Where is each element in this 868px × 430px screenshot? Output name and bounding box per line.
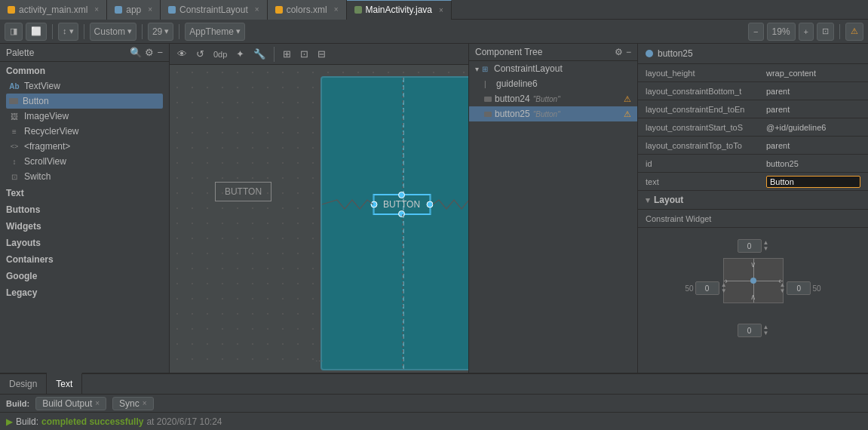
tree-item-guideline[interactable]: | guideline6 — [469, 76, 637, 91]
tab-design[interactable]: Design — [0, 373, 47, 395]
switch-icon: ⊡ — [9, 171, 20, 182]
tree-settings-btn[interactable]: ⚙ — [615, 47, 623, 57]
cw-bottom-input[interactable] — [738, 324, 762, 337]
palette-layouts-title[interactable]: Layouts — [6, 235, 163, 250]
tree-collapse-btn[interactable]: − — [626, 47, 631, 57]
baseline-btn[interactable]: ⊟ — [314, 47, 329, 61]
palette-text-title[interactable]: Text — [6, 186, 163, 201]
canvas-area: 👁 ↺ 0dp ✦ 🔧 ⊞ ⊡ ⊟ BUTTON BUTTON — [170, 44, 468, 373]
cw-right-input[interactable] — [787, 281, 811, 295]
zoom-in-btn[interactable]: + — [799, 23, 814, 41]
theme-dropdown[interactable]: AppTheme ▾ — [185, 23, 245, 41]
tab-close-main[interactable]: × — [439, 6, 443, 14]
attr-element-icon — [646, 50, 653, 57]
build-output-btn[interactable]: Build Output × — [35, 397, 106, 410]
build-output-close[interactable]: × — [95, 399, 100, 407]
canvas-button-left[interactable]: BUTTON — [215, 182, 271, 201]
sync-close[interactable]: × — [143, 399, 147, 407]
tab-close-app[interactable]: × — [148, 5, 152, 14]
tab-activity-xml[interactable]: activity_main.xml × — [0, 0, 107, 20]
zoom-level: 19% — [767, 23, 796, 41]
attr-row-constraint-end[interactable]: layout_constraintEnd_toEn parent — [638, 100, 868, 118]
tree-item-constraintlayout[interactable]: ▾ ⊞ ConstraintLayout — [469, 61, 637, 76]
tab-colors-xml[interactable]: colors.xml × — [268, 0, 347, 20]
attr-row-layout-height[interactable]: layout_height wrap_content — [638, 64, 868, 82]
palette-layouts-section: Layouts — [0, 234, 169, 250]
palette-close-btn[interactable]: − — [157, 47, 163, 58]
palette-common-title[interactable]: Common — [6, 63, 163, 78]
palette-widgets-title[interactable]: Widgets — [6, 219, 163, 234]
tab-app[interactable]: app × — [107, 0, 161, 20]
palette-google-title[interactable]: Google — [6, 269, 163, 284]
palette-item-recyclerview[interactable]: ≡ RecyclerView — [6, 124, 163, 139]
api-dropdown[interactable]: 29 ▾ — [148, 23, 173, 41]
cw-container: ▲▼ › ‹ ∨ ∧ 50 — [686, 235, 821, 341]
attr-layout-section[interactable]: ▾ Layout — [638, 191, 868, 210]
palette-containers-section: Containers — [0, 250, 169, 267]
anchor-bottom[interactable] — [398, 210, 405, 217]
anchor-right[interactable] — [426, 201, 433, 208]
cw-top-arrow[interactable]: ▲▼ — [763, 240, 769, 252]
magic-wand-btn[interactable]: ✦ — [233, 47, 247, 61]
margin-guide-btn[interactable]: ⊡ — [297, 47, 311, 61]
palette-containers-title[interactable]: Containers — [6, 252, 163, 267]
status-indicator: ▶ Build: completed successfully at 2020/… — [6, 416, 222, 427]
warning-btn[interactable]: ⚠ — [845, 23, 863, 41]
tab-constraint-layout[interactable]: ConstraintLayout × — [161, 0, 268, 20]
cw-left-arrow[interactable]: ▲▼ — [721, 282, 727, 294]
sync-btn[interactable]: Sync × — [112, 397, 154, 410]
canvas-button-middle[interactable]: BUTTON — [373, 195, 430, 214]
fit-btn[interactable]: ⊡ — [817, 23, 834, 41]
attr-header: button25 — [638, 44, 868, 64]
attr-row-constraint-top[interactable]: layout_constraintTop_toTo parent — [638, 137, 868, 155]
refresh-btn[interactable]: ↺ — [193, 47, 207, 61]
cw-right-arrow[interactable]: ▲▼ — [779, 282, 785, 294]
zoom-out-btn[interactable]: − — [748, 23, 763, 41]
attr-row-constraint-bottom[interactable]: layout_constraintBottom_t parent — [638, 82, 868, 100]
guideline-line — [403, 78, 404, 369]
tree-item-button24[interactable]: button24 "Button" ⚠ — [469, 91, 637, 106]
palette-item-imageview[interactable]: 🖼 ImageView — [6, 109, 163, 124]
tab-main-activity[interactable]: MainActivity.java × — [347, 0, 452, 20]
design-mode-btn[interactable]: ◨ — [5, 23, 23, 41]
cw-top-input[interactable] — [738, 239, 762, 253]
tree-item-button25[interactable]: button25 "Button" ⚠ — [469, 106, 637, 121]
cw-bottom-arrow[interactable]: ▲▼ — [763, 324, 769, 336]
palette-item-fragment[interactable]: <> <fragment> — [6, 139, 163, 154]
palette-item-textview[interactable]: Ab TextView — [6, 78, 163, 94]
palette-text-section: Text — [0, 184, 169, 201]
attr-row-constraint-start[interactable]: layout_constraintStart_toS @+id/guidelin… — [638, 118, 868, 137]
tab-close-colors[interactable]: × — [334, 5, 339, 14]
palette-search-btn[interactable]: 🔍 — [130, 47, 142, 58]
tab-close-activity[interactable]: × — [94, 5, 99, 14]
attr-row-text[interactable]: text Button — [638, 173, 868, 191]
palette-item-button[interactable]: Button — [6, 94, 163, 109]
palette-item-switch[interactable]: ⊡ Switch — [6, 169, 163, 184]
wrench-btn[interactable]: 🔧 — [250, 47, 268, 61]
anchor-left[interactable] — [370, 201, 377, 208]
constraint-svg — [322, 78, 468, 369]
custom-dropdown[interactable]: Custom ▾ — [90, 23, 136, 41]
palette-legacy-title[interactable]: Legacy — [6, 285, 163, 300]
palette-item-scrollview[interactable]: ↕ ScrollView — [6, 154, 163, 169]
palette-buttons-title[interactable]: Buttons — [6, 202, 163, 217]
cw-arrow-up-inner: ∧ — [750, 293, 756, 301]
tab-close-constraint[interactable]: × — [255, 5, 259, 14]
palette-google-section: Google — [0, 267, 169, 284]
palette-settings-btn[interactable]: ⚙ — [145, 47, 154, 58]
button-icon — [9, 98, 18, 104]
cw-center-dot — [750, 278, 756, 284]
xml-icon — [8, 6, 15, 14]
blueprint-mode-btn[interactable]: ⬜ — [26, 23, 47, 41]
margin-btn[interactable]: 0dp — [210, 48, 230, 60]
toolbar-sep-4 — [179, 24, 179, 39]
anchor-top[interactable] — [398, 192, 405, 198]
canvas-inner[interactable]: BUTTON BUTTON — [170, 65, 468, 373]
constraint-widget: ▲▼ › ‹ ∨ ∧ 50 — [638, 228, 868, 349]
orientation-dropdown[interactable]: ↕ ▾ — [58, 23, 78, 41]
cw-left-input[interactable] — [695, 281, 719, 295]
eye-btn[interactable]: 👁 — [174, 47, 190, 61]
tab-text[interactable]: Text — [47, 373, 82, 394]
align-btn[interactable]: ⊞ — [280, 47, 294, 61]
attr-row-id[interactable]: id button25 — [638, 155, 868, 173]
